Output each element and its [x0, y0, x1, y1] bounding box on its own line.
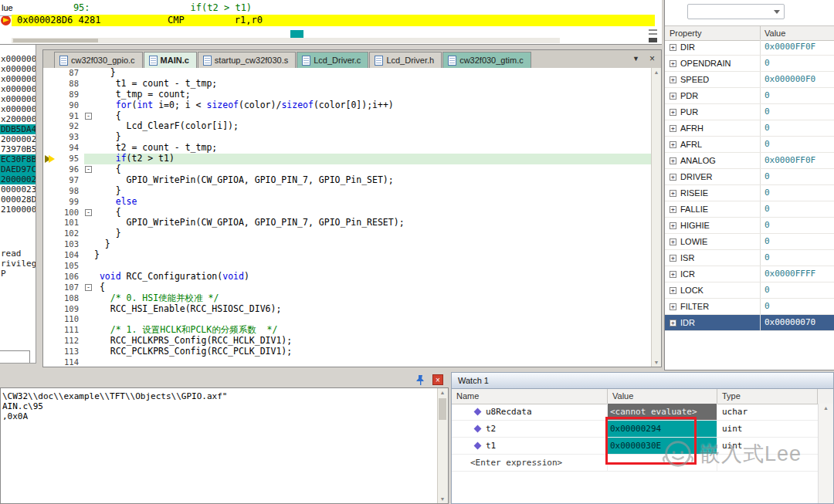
property-row-OPENDRAIN[interactable]: +OPENDRAIN0 — [665, 56, 834, 72]
code-line[interactable]: 90 for(int i=0; i < sizeof(color)/sizeof… — [43, 100, 652, 111]
expand-icon[interactable]: + — [670, 222, 676, 229]
tab-MAIN.c[interactable]: MAIN.c — [144, 52, 197, 68]
line-number[interactable]: 93 — [43, 132, 84, 143]
scroll-up-icon[interactable]: ▲ — [438, 390, 447, 395]
code-line[interactable]: 89 t_tmp = count; — [43, 90, 652, 100]
splitter-grip[interactable] — [649, 29, 657, 31]
register-value[interactable]: x0000002 — [0, 64, 36, 74]
property-row-HIGHIE[interactable]: +HIGHIE0 — [665, 218, 834, 234]
command-output[interactable]: \CW32\\doc\\example\\TFT\\Objects\\GPIO.… — [0, 387, 449, 504]
property-row-AFRL[interactable]: +AFRL0 — [665, 137, 834, 153]
expand-icon[interactable]: + — [670, 206, 676, 213]
line-number[interactable]: 90 — [43, 100, 84, 111]
fold-margin[interactable]: - — [84, 282, 94, 293]
property-row-LOCK[interactable]: +LOCK0 — [665, 282, 834, 299]
watch-row[interactable]: t10x0000030Euint — [452, 438, 818, 455]
pin-icon[interactable] — [415, 374, 425, 385]
code-area[interactable]: 87 }88 t1 = count - t_tmp;89 t_tmp = cou… — [43, 68, 652, 367]
line-number[interactable]: 100 — [43, 208, 84, 218]
close-document-icon[interactable]: × — [649, 53, 655, 64]
line-number[interactable]: 102 — [43, 228, 84, 239]
property-row-PUR[interactable]: +PUR0 — [665, 104, 834, 120]
property-row-PDR[interactable]: +PDR0 — [665, 88, 834, 104]
fold-margin[interactable]: - — [84, 111, 94, 122]
code-line[interactable]: 100- { — [43, 208, 652, 218]
line-number[interactable]: 103 — [43, 239, 84, 250]
register-internal-value[interactable]: rivileg — [0, 259, 36, 269]
code-line[interactable]: 113 RCC_PCLKPRS_Config(RCC_PCLK_DIV1); — [43, 347, 652, 357]
line-number[interactable]: 106 — [43, 272, 84, 282]
watch-row[interactable]: t20x00000294uint — [452, 421, 818, 438]
line-number[interactable]: 92 — [43, 121, 84, 132]
code-line[interactable]: 101 GPIO_WritePin(CW_GPIOA, GPIO_PIN_7, … — [43, 218, 652, 228]
expand-icon[interactable]: + — [670, 157, 676, 164]
property-row-ICR[interactable]: +ICR0x0000FFFF — [665, 266, 834, 282]
line-number[interactable]: 94 — [43, 143, 84, 154]
register-value[interactable]: x0000003 — [0, 104, 36, 114]
property-row-SPEED[interactable]: +SPEED0x000000F0 — [665, 72, 834, 88]
code-line[interactable]: 112 RCC_HCLKPRS_Config(RCC_HCLK_DIV1); — [43, 336, 652, 347]
expand-icon[interactable]: + — [670, 271, 676, 278]
line-number[interactable]: 108 — [43, 293, 84, 304]
editor-vscrollbar[interactable]: ▲ ▼ — [651, 68, 661, 367]
property-row-DRIVER[interactable]: +DRIVER0 — [665, 169, 834, 185]
register-value[interactable]: x2000000 — [0, 114, 36, 124]
code-line[interactable]: 87 } — [43, 68, 652, 79]
fold-margin[interactable]: - — [84, 208, 94, 218]
register-value[interactable]: 2000002 — [0, 134, 36, 144]
code-line[interactable]: 98 } — [43, 186, 652, 197]
register-value[interactable]: x0000000 — [0, 84, 36, 94]
tab-cw32f030_gtim.c[interactable]: cw32f030_gtim.c — [442, 52, 531, 68]
fold-collapse-icon[interactable]: - — [85, 166, 92, 173]
tab-Lcd_Driver.h[interactable]: Lcd_Driver.h — [369, 52, 442, 68]
property-row-RISEIE[interactable]: +RISEIE0 — [665, 185, 834, 201]
expand-icon[interactable]: + — [670, 76, 676, 83]
code-line[interactable]: 111 /* 1. 设置HCLK和PCLK的分频系数 */ — [43, 325, 652, 336]
close-icon[interactable]: × — [432, 374, 443, 385]
expand-icon[interactable]: + — [670, 60, 676, 67]
register-internal-value[interactable]: read — [0, 249, 36, 259]
line-number[interactable]: 89 — [43, 90, 84, 100]
register-internal-value[interactable]: P — [0, 269, 36, 279]
code-line[interactable]: 94 t2 = count - t_tmp; — [43, 143, 652, 154]
code-line[interactable]: 104} — [43, 250, 652, 261]
expand-icon[interactable]: + — [670, 174, 676, 181]
line-number[interactable]: 111 — [43, 325, 84, 336]
code-line[interactable]: 92 Lcd_ClearF(color[i]); — [43, 121, 652, 132]
expand-icon[interactable]: + — [670, 141, 676, 148]
code-line[interactable]: 109 RCC_HSI_Enable(RCC_HSIOSC_DIV6); — [43, 304, 652, 315]
code-line[interactable]: 114 — [43, 357, 652, 367]
watch-vscrollbar[interactable]: ▲ — [818, 404, 833, 503]
line-number[interactable]: 110 — [43, 314, 84, 325]
line-number[interactable]: 91 — [43, 111, 84, 122]
tab-cw32f030_gpio.c[interactable]: cw32f030_gpio.c — [54, 52, 143, 68]
tab-Lcd_Driver.c[interactable]: Lcd_Driver.c — [297, 52, 368, 68]
line-number[interactable]: 105 — [43, 261, 84, 272]
code-line[interactable]: 107- { — [43, 282, 652, 293]
expand-icon[interactable]: + — [670, 109, 676, 116]
register-value[interactable]: DAED97C — [0, 164, 36, 174]
scroll-down-icon[interactable]: ▼ — [438, 496, 447, 502]
registers-pane-tab-stub[interactable] — [0, 350, 30, 363]
line-number[interactable]: 101 — [43, 218, 84, 228]
line-number[interactable]: 113 — [43, 347, 84, 357]
fold-collapse-icon[interactable]: - — [85, 113, 92, 120]
line-number[interactable]: 98 — [43, 186, 84, 197]
fold-margin[interactable]: - — [84, 164, 94, 175]
line-number[interactable]: 107 — [43, 282, 84, 293]
watch-name-cell[interactable]: t1 — [452, 438, 608, 454]
code-line[interactable]: 99 else — [43, 197, 652, 208]
hscrollbar-thumb[interactable] — [13, 39, 98, 42]
watch-row[interactable]: <Enter expression> — [452, 455, 818, 472]
property-row-IDR[interactable]: +IDR0x00000070 — [665, 315, 834, 331]
code-line[interactable]: 97 GPIO_WritePin(CW_GPIOA, GPIO_PIN_7, G… — [43, 175, 652, 186]
register-value[interactable]: x0000000 — [0, 94, 36, 104]
property-row-AFRH[interactable]: +AFRH0 — [665, 120, 834, 137]
type-column-header[interactable]: Type — [717, 389, 818, 404]
watch-name-cell[interactable]: u8Recdata — [452, 404, 608, 420]
expand-icon[interactable]: + — [670, 287, 676, 294]
line-number[interactable]: 97 — [43, 175, 84, 186]
property-row-ANALOG[interactable]: +ANALOG0x0000FF0F — [665, 153, 834, 169]
value-column-header[interactable]: Value — [608, 389, 717, 404]
line-number[interactable]: 104 — [43, 250, 84, 261]
